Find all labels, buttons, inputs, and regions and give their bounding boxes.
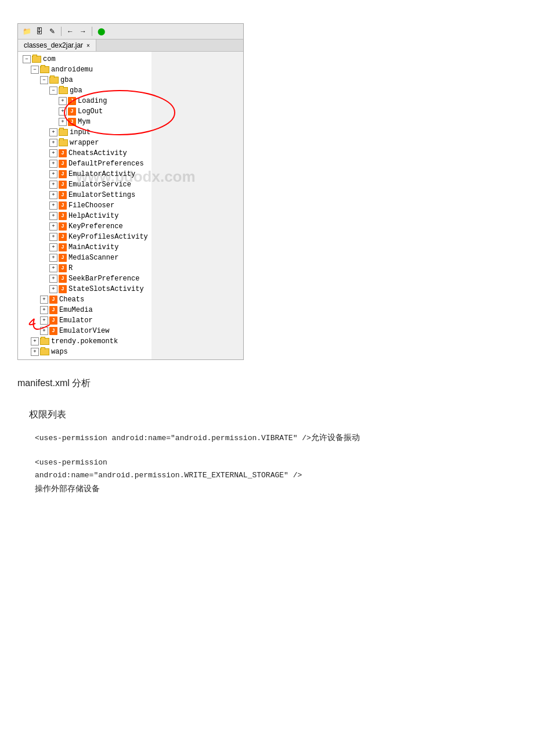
tree-label-input: input <box>70 128 91 136</box>
java-icon-emulatorsettings: J <box>59 191 67 199</box>
expand-icon-cheats[interactable]: + <box>40 296 48 304</box>
expand-icon-emulator[interactable]: + <box>40 316 48 325</box>
tree-row-gba-l2[interactable]: − gba <box>21 75 148 85</box>
tree-wrapper: − com − androidemu − gba <box>18 52 151 359</box>
expand-icon-keypreference[interactable]: + <box>49 222 57 231</box>
tree-row-com[interactable]: − com <box>21 54 148 64</box>
tree-row-logout[interactable]: + J LogOut <box>21 106 148 117</box>
tree-row-emulatorservice[interactable]: + J EmulatorService <box>21 179 148 190</box>
tree-row-waps[interactable]: + waps <box>21 347 148 357</box>
expand-icon-emulatorview[interactable]: + <box>40 327 48 335</box>
expand-icon-input[interactable]: + <box>49 128 57 136</box>
tree-label-filechooser: FileChooser <box>68 201 114 210</box>
permission1-code: <uses-permission android:name="android.p… <box>35 434 311 442</box>
ide-tab-main[interactable]: classes_dex2jar.jar × <box>18 39 96 51</box>
tab-close-button[interactable]: × <box>86 42 90 49</box>
tree-row-keyprofilesactivity[interactable]: + J KeyProfilesActivity <box>21 232 148 242</box>
ide-toolbar: 📁 🗄 ✎ ← → ⬤ <box>18 24 243 39</box>
expand-icon-gba-l3[interactable]: − <box>49 87 57 95</box>
java-icon-emulatorview: J <box>49 327 57 335</box>
tree-row-defaultpreferences[interactable]: + J DefaultPreferences <box>21 159 148 169</box>
tree-row-cheatsactivity[interactable]: + J CheatsActivity <box>21 148 148 159</box>
folder-icon-gba-l3 <box>59 87 68 94</box>
expand-icon-waps[interactable]: + <box>31 348 39 356</box>
java-icon-filechooser: J <box>59 201 67 210</box>
expand-icon-androidemu[interactable]: − <box>31 66 39 74</box>
tree-row-wrapper[interactable]: + wrapper <box>21 138 148 148</box>
folder-icon-androidemu <box>40 66 49 73</box>
manifest-title: manifest.xml 分析 <box>17 377 517 390</box>
expand-icon-mym[interactable]: + <box>59 118 67 126</box>
expand-icon-mainactivity[interactable]: + <box>49 243 57 251</box>
tree-label-gba-l2: gba <box>60 76 73 84</box>
tree-label-defaultpreferences: DefaultPreferences <box>68 160 144 168</box>
tree-label-helpactivity: HelpActivity <box>68 212 118 220</box>
expand-icon-loading[interactable]: + <box>59 97 67 105</box>
tree-row-r[interactable]: + J R <box>21 263 148 273</box>
expand-icon-defaultpreferences[interactable]: + <box>49 160 57 168</box>
expand-icon-emumedia[interactable]: + <box>40 306 48 314</box>
expand-icon-emulatoractivity[interactable]: + <box>49 170 57 178</box>
tree-label-loading: Loading <box>78 97 107 105</box>
toolbar-icon-db[interactable]: 🗄 <box>34 26 45 37</box>
tree-row-emumedia[interactable]: + J EmuMedia <box>21 305 148 315</box>
folder-icon-gba-l2 <box>49 77 59 84</box>
tree-row-emulatorsettings[interactable]: + J EmulatorSettings <box>21 190 148 200</box>
expand-icon-stateslotsactivity[interactable]: + <box>49 285 57 293</box>
toolbar-separator2 <box>92 27 92 36</box>
tree-row-mediascanner[interactable]: + J MediaScanner <box>21 253 148 263</box>
tree-label-emulatorview: EmulatorView <box>59 327 109 335</box>
tree-row-emulator[interactable]: + J Emulator <box>21 315 148 326</box>
java-icon-stateslotsactivity: J <box>59 285 67 293</box>
tree-row-mym[interactable]: + J Mym <box>21 117 148 127</box>
tree-row-loading[interactable]: + J Loading <box>21 96 148 106</box>
permissions-title: 权限列表 <box>17 409 517 421</box>
tree-row-emulatoractivity[interactable]: + J EmulatorActivity <box>21 169 148 179</box>
tree-label-emulatorsettings: EmulatorSettings <box>68 191 135 199</box>
tree-row-androidemu[interactable]: − androidemu <box>21 64 148 75</box>
tree-row-cheats[interactable]: + J Cheats <box>21 294 148 305</box>
tree-container: − com − androidemu − gba <box>18 52 151 359</box>
tree-label-emulatoractivity: EmulatorActivity <box>68 170 135 178</box>
expand-icon-keyprofilesactivity[interactable]: + <box>49 233 57 241</box>
tree-row-input[interactable]: + input <box>21 127 148 138</box>
expand-icon-filechooser[interactable]: + <box>49 201 57 210</box>
expand-icon-helpactivity[interactable]: + <box>49 212 57 220</box>
tree-label-com: com <box>43 55 56 63</box>
expand-icon-gba-l2[interactable]: − <box>40 76 48 84</box>
toolbar-icon-run[interactable]: ⬤ <box>96 26 106 37</box>
expand-icon-cheatsactivity[interactable]: + <box>49 149 57 157</box>
tree-row-gba-l3[interactable]: − gba <box>21 85 148 96</box>
expand-icon-com[interactable]: − <box>23 55 31 63</box>
tree-row-keypreference[interactable]: + J KeyPreference <box>21 221 148 232</box>
tree-row-trendy[interactable]: + trendy.pokemontk <box>21 336 148 347</box>
tree-row-emulatorview[interactable]: + J EmulatorView <box>21 326 148 336</box>
tree-row-stateslotsactivity[interactable]: + J StateSlotsActivity <box>21 284 148 294</box>
java-icon-emulatoractivity: J <box>59 170 67 178</box>
java-icon-helpactivity: J <box>59 212 67 220</box>
expand-icon-logout[interactable]: + <box>59 107 67 116</box>
expand-icon-mediascanner[interactable]: + <box>49 254 57 262</box>
expand-icon-emulatorsettings[interactable]: + <box>49 191 57 199</box>
expand-icon-seekbarpreference[interactable]: + <box>49 275 57 283</box>
expand-icon-r[interactable]: + <box>49 264 57 272</box>
expand-icon-emulatorservice[interactable]: + <box>49 181 57 189</box>
java-icon-seekbarpreference: J <box>59 275 67 283</box>
tree-label-cheatsactivity: CheatsActivity <box>68 149 127 157</box>
tree-row-helpactivity[interactable]: + J HelpActivity <box>21 211 148 221</box>
tree-row-seekbarpreference[interactable]: + J SeekBarPreference <box>21 273 148 284</box>
tree-label-trendy: trendy.pokemontk <box>51 337 118 345</box>
tree-row-filechooser[interactable]: + J FileChooser <box>21 200 148 211</box>
toolbar-icon-back[interactable]: ← <box>65 26 75 37</box>
toolbar-icon-forward[interactable]: → <box>78 26 88 37</box>
expand-icon-trendy[interactable]: + <box>31 337 39 345</box>
toolbar-icon-edit[interactable]: ✎ <box>47 26 57 37</box>
java-icon-keyprofilesactivity: J <box>59 233 67 241</box>
java-icon-mainactivity: J <box>59 243 67 251</box>
tree-row-mainactivity[interactable]: + J MainActivity <box>21 242 148 253</box>
tree-label-emumedia: EmuMedia <box>59 306 93 314</box>
ide-tab-bar: classes_dex2jar.jar × <box>18 39 243 52</box>
ide-window: 📁 🗄 ✎ ← → ⬤ classes_dex2jar.jar × − <box>17 23 244 360</box>
toolbar-icon-folder[interactable]: 📁 <box>21 26 32 37</box>
expand-icon-wrapper[interactable]: + <box>49 139 57 147</box>
